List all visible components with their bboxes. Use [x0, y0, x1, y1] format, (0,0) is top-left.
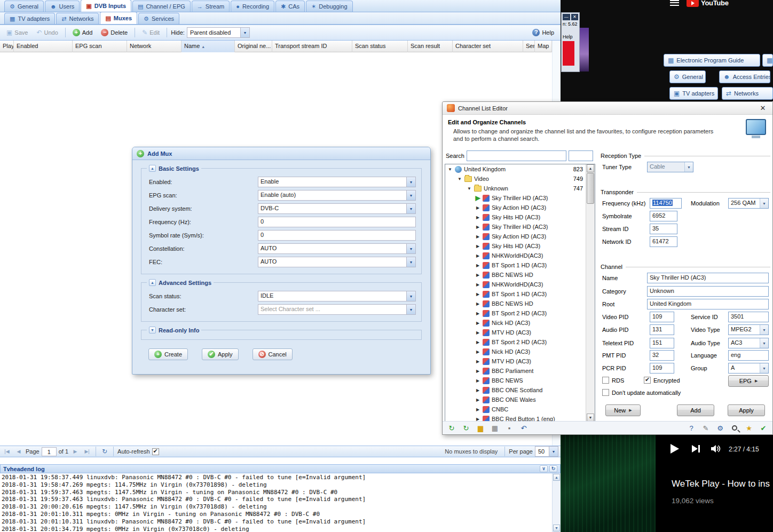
channel-tree-item[interactable]: ▶ Sky Thriller HD (AC3): [445, 222, 595, 232]
ok-icon[interactable]: ✔: [759, 423, 768, 433]
create-button[interactable]: + Create: [148, 348, 188, 360]
scroll-up-icon[interactable]: ▲: [553, 474, 560, 481]
field-control[interactable]: IDLE ▼: [258, 291, 416, 301]
main-tab[interactable]: ☻ Users: [45, 1, 80, 12]
channel-tree-item[interactable]: ▶ Sky Thriller HD (AC3): [445, 193, 595, 203]
channel-tree-item[interactable]: ▶ BBC ONE Scotland: [445, 385, 595, 395]
expanded-icon[interactable]: ▼: [467, 186, 472, 191]
extra-tool-button[interactable]: ▦: [762, 54, 773, 67]
field-control[interactable]: Select Character set ... ▼: [258, 304, 416, 315]
channel-tree-item[interactable]: ▶ NHKWorldHD(AC3): [445, 280, 595, 289]
expander-icon[interactable]: ▶: [475, 378, 480, 383]
channel-tree-item[interactable]: ▶ BT Sport 1 HD (AC3): [445, 289, 595, 299]
save-button[interactable]: ▣ Save: [3, 27, 31, 38]
scroll-down-icon[interactable]: ▼: [587, 414, 594, 422]
chevron-down-icon[interactable]: ▼: [406, 177, 415, 187]
youtube-logo[interactable]: YouTube: [687, 0, 729, 7]
expander-icon[interactable]: ▶: [475, 369, 480, 374]
close-icon[interactable]: ✕: [571, 14, 579, 20]
hide-filter-select[interactable]: Parent disabled ▼: [187, 27, 250, 38]
chevron-down-icon[interactable]: ▼: [406, 305, 415, 314]
column-header[interactable]: Scan result: [408, 41, 453, 52]
next-page-button[interactable]: ▶: [70, 447, 80, 456]
access-entries-button[interactable]: ☻ Access Entries: [719, 70, 770, 83]
channel-tree-item[interactable]: ▶ CNBC: [445, 404, 595, 414]
chevron-down-icon[interactable]: ▼: [406, 244, 415, 253]
apply-button[interactable]: ✔ Apply: [202, 348, 239, 360]
cancel-button[interactable]: ⊘ Cancel: [253, 348, 293, 360]
field-control[interactable]: Enable (auto) ▼: [258, 190, 416, 201]
tree-item-country[interactable]: ▼ United Kingdom 823: [445, 164, 595, 174]
encrypted-checkbox[interactable]: Encrypted: [644, 377, 680, 384]
column-header[interactable]: Map: [535, 41, 552, 52]
field-control[interactable]: Enable ▼: [258, 177, 416, 187]
tree-item-video[interactable]: ▼ Video 749: [445, 174, 595, 184]
channel-tree-item[interactable]: ▶ BBC ONE Wales: [445, 395, 595, 404]
volume-icon[interactable]: [711, 445, 722, 452]
main-tab[interactable]: ✶ Debugging: [306, 1, 352, 12]
epg-menu-button[interactable]: EPG▶: [728, 375, 769, 387]
prev-page-button[interactable]: ◀: [14, 447, 23, 456]
expander-icon[interactable]: ▶: [475, 340, 480, 345]
refresh-icon[interactable]: ↻: [447, 423, 456, 433]
close-icon[interactable]: ✕: [758, 104, 768, 112]
tv-adapters-button[interactable]: ▣ TV adapters: [669, 87, 718, 100]
video-pid-input[interactable]: 109: [650, 312, 674, 322]
column-header[interactable]: Transport stream ID: [272, 41, 352, 52]
add-mux-dialog-titlebar[interactable]: + Add Mux: [132, 147, 430, 160]
column-header[interactable]: EPG scan: [73, 41, 127, 52]
modulation-select[interactable]: 256 QAM ▼: [728, 198, 769, 209]
channel-tree-item[interactable]: ▶ Sky Action HD (AC3): [445, 232, 595, 241]
teletext-pid-input[interactable]: 151: [650, 338, 674, 348]
search-input[interactable]: [467, 150, 566, 161]
column-header[interactable]: Character set: [453, 41, 523, 52]
reload-icon[interactable]: ↻: [461, 423, 471, 433]
column-header[interactable]: Enabled: [14, 41, 73, 52]
chevron-down-icon[interactable]: ▼: [406, 257, 415, 267]
expander-icon[interactable]: ▶: [475, 330, 480, 335]
sub-tab[interactable]: ▤ Muxes: [100, 12, 137, 24]
chevron-down-icon[interactable]: ▼: [406, 291, 415, 301]
stream-id-input[interactable]: 35: [650, 224, 677, 234]
tree-scrollbar[interactable]: ▲ ▼: [586, 164, 595, 422]
expander-icon[interactable]: ▶: [475, 205, 480, 210]
column-header[interactable]: Network: [127, 41, 182, 52]
language-input[interactable]: eng: [728, 350, 769, 361]
expander-icon[interactable]: ▶: [475, 215, 480, 220]
auto-refresh-checkbox[interactable]: [152, 448, 159, 455]
frequency-input[interactable]: 114750: [650, 198, 682, 209]
main-tab[interactable]: ⚙ General: [4, 1, 44, 12]
channel-tree-item[interactable]: ▶ Sky Action HD (AC3): [445, 203, 595, 212]
collapse-toggle-icon[interactable]: ▲: [149, 279, 156, 286]
column-header[interactable]: Play: [0, 41, 14, 52]
column-header[interactable]: Serv: [523, 41, 535, 52]
channel-tree-item[interactable]: ▶ Sky Hits HD (AC3): [445, 241, 595, 251]
column-header[interactable]: Original ne...: [235, 41, 272, 52]
sub-tab[interactable]: ⇄ Networks: [56, 13, 99, 24]
channel-tree-item[interactable]: ▶ MTV HD (AC3): [445, 328, 595, 337]
expander-icon[interactable]: ▶: [475, 398, 480, 402]
expander-icon[interactable]: ▶: [475, 253, 480, 258]
field-control[interactable]: DVB-C ▼: [258, 203, 416, 214]
channel-tree-item[interactable]: ▶ Sky Hits HD (AC3): [445, 212, 595, 222]
menu-icon[interactable]: [670, 0, 679, 6]
video-type-select[interactable]: MPEG2 ▼: [728, 324, 769, 335]
edit-button[interactable]: ✎ Edit: [139, 27, 163, 38]
dont-update-checkbox[interactable]: Don't update automatically: [602, 389, 681, 396]
tuner-type-select[interactable]: Cable ▼: [647, 162, 693, 172]
page-number-input[interactable]: 1: [42, 447, 57, 456]
channel-tree-item[interactable]: ▶ Nick HD (AC3): [445, 347, 595, 356]
expander-icon[interactable]: ▶: [475, 359, 480, 364]
channel-tree-item[interactable]: ▶ BBC NEWS: [445, 376, 595, 385]
channel-tree-item[interactable]: ▶ BT Sport 1 HD (AC3): [445, 260, 595, 270]
column-header[interactable]: Scan status: [352, 41, 408, 52]
expand-toggle-icon[interactable]: ▼: [149, 327, 156, 334]
tree-item-unknown[interactable]: ▼ Unknown 747: [445, 184, 595, 193]
channel-tree-item[interactable]: ▶ BT Sport 2 HD (AC3): [445, 337, 595, 347]
collapse-panel-icon[interactable]: ∨: [540, 465, 548, 472]
column-header[interactable]: Name▲: [182, 41, 235, 52]
collapse-toggle-icon[interactable]: ▲: [149, 165, 156, 172]
field-control[interactable]: AUTO ▼: [258, 257, 416, 267]
audio-pid-input[interactable]: 131: [650, 324, 674, 335]
log-scrollbar[interactable]: ▲ ▼: [552, 473, 561, 532]
